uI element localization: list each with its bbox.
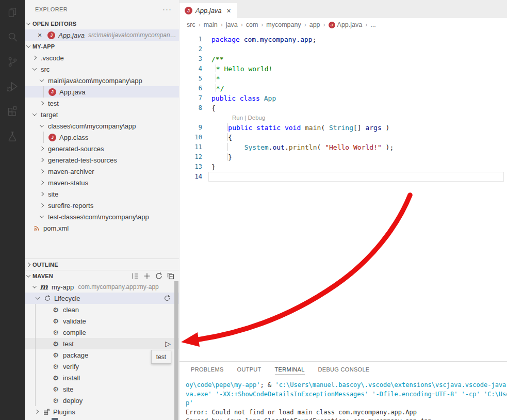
activity-source-control-button[interactable] [0,50,25,74]
open-editors-list: ×JApp.javasrc\main\java\com\mycompany\a.… [25,29,179,41]
tree-item-generated-sources[interactable]: generated-sources [25,143,179,154]
editor-group: J App.java × src›main›java›com›mycompany… [179,0,507,361]
activity-run-debug-button[interactable] [0,74,25,99]
maven-goal-label: test [63,340,74,348]
more-actions-icon[interactable]: ··· [162,5,172,13]
panel-tab-problems[interactable]: PROBLEMS [191,366,224,375]
breadcrumb-file[interactable]: App.java [337,21,363,28]
sync-icon [44,295,51,302]
java-file-icon: J [47,31,55,39]
chevron-right-icon [35,410,39,414]
tree-item-label: surefire-reports [48,202,93,209]
chevron-right-icon [32,56,37,60]
project-header[interactable]: MY-APP [25,41,179,52]
xml-file-icon [33,224,40,232]
line-number: 9 [179,123,202,133]
run-goal-icon[interactable]: ▷ [165,340,171,348]
maven-goal-clean[interactable]: ⚙clean [25,304,179,315]
gear-icon: ⚙ [52,317,60,325]
tree-item-pom-xml[interactable]: pom.xml [25,222,179,234]
tab-app-java[interactable]: J App.java × [179,3,237,18]
tree-item-app-class[interactable]: JApp.class [25,132,179,143]
code-line: 5 * [179,74,507,84]
java-file-icon: J [48,134,56,141]
refresh-icon[interactable] [155,272,163,280]
breadcrumb-item[interactable]: main [204,21,218,28]
list-tree-icon[interactable] [131,272,139,280]
tree-item-surefire-reports[interactable]: surefire-reports [25,200,179,211]
search-icon [6,30,19,44]
gear-icon: ⚙ [52,340,60,348]
chevron-down-icon [36,295,40,299]
tree-item-generated-test-sources[interactable]: generated-test-sources [25,154,179,166]
maven-actions [131,272,179,280]
collapse-all-icon[interactable] [167,272,175,280]
refresh-icon[interactable] [163,295,171,302]
chevron-down-icon [32,284,37,288]
outline-header[interactable]: OUTLINE [25,259,179,270]
tree-item-label: maven-archiver [48,168,94,175]
panel-tab-terminal[interactable]: TERMINAL [275,366,305,375]
tree-item-app-java[interactable]: JApp.java [25,86,179,98]
open-editors-header[interactable]: OPEN EDITORS [25,18,179,29]
breadcrumb-item[interactable]: java [226,21,238,28]
file-tree: .vscodesrcmain\java\com\mycompany\appJAp… [25,52,179,234]
line-number: 6 [179,84,202,93]
maven-project-item[interactable]: mmy-appcom.mycompany.app:my-app [25,281,179,293]
maven-plugins-item[interactable]: Plugins [25,406,179,417]
breadcrumb-tail[interactable]: ... [370,21,375,28]
tree-item-target[interactable]: target [25,109,179,120]
chevron-right-icon [40,203,44,207]
activity-extensions-button[interactable] [0,99,25,124]
breadcrumb-item[interactable]: app [309,21,320,28]
sidebar-scrollbar[interactable] [174,281,178,420]
code-editor[interactable]: 1package com.mycompany.app;23/**4 * Hell… [179,31,507,182]
add-icon[interactable] [143,272,151,280]
activity-testing-button[interactable] [0,124,25,149]
tree-item-src[interactable]: src [25,63,179,75]
tree-item-test[interactable]: test [25,98,179,109]
terminal-line: oy\code\pepe\my-app'; & 'c:\Users\manuel… [186,381,507,390]
maven-goal-deploy[interactable]: ⚙deploy [25,395,179,406]
maven-goal-test[interactable]: ⚙test▷ [25,338,179,349]
tree-item-maven-status[interactable]: maven-status [25,177,179,188]
maven-goal-install[interactable]: ⚙install [25,372,179,383]
breadcrumb-item[interactable]: src [187,21,195,28]
panel-tab-output[interactable]: OUTPUT [237,366,261,375]
maven-goal-site[interactable]: ⚙site [25,383,179,395]
code-line: 7public class App [179,93,507,103]
code-text: public class App [211,93,276,103]
maven-header[interactable]: MAVEN [25,270,179,281]
terminal-output[interactable]: oy\code\pepe\my-app'; & 'c:\Users\manuel… [179,381,507,420]
breadcrumb-item[interactable]: mycompany [266,21,301,28]
tree-item-test-classes-com-mycompany-app[interactable]: test-classes\com\mycompany\app [25,211,179,222]
maven-goal-compile[interactable]: ⚙compile [25,327,179,338]
breadcrumb-separator: › [365,21,367,28]
maven-goal-validate[interactable]: ⚙validate [25,315,179,327]
indent-guide [43,132,44,143]
tree-item-label: pom.xml [43,224,69,232]
tree-item-vscode[interactable]: .vscode [25,52,179,63]
tree-item-main-java-com-mycompany-app[interactable]: main\java\com\mycompany\app [25,75,179,86]
code-line: 14 [179,172,507,182]
gear-icon: ⚙ [52,329,60,336]
tree-item-classes-com-mycompany-app[interactable]: classes\com\mycompany\app [25,120,179,132]
maven-lifecycle-item[interactable]: Lifecycle [25,293,179,304]
panel-tab-debug-console[interactable]: DEBUG CONSOLE [318,366,370,375]
maven-goal-label: package [63,351,88,359]
breadcrumb-separator: › [199,21,201,28]
breadcrumb-item[interactable]: com [246,21,258,28]
plugins-icon [43,408,50,415]
sidebar-title-row: EXPLORER ··· [25,0,179,18]
chevron-right-icon [40,158,44,162]
close-icon[interactable]: × [227,7,231,15]
chevron-right-icon [40,169,44,173]
close-editor-icon[interactable]: × [38,31,44,39]
code-line: 2 [179,44,507,54]
tree-item-maven-archiver[interactable]: maven-archiver [25,166,179,177]
tree-item-site[interactable]: site [25,188,179,200]
open-editor-item[interactable]: ×JApp.javasrc\main\java\com\mycompany\a.… [25,29,179,41]
codelens-run-debug[interactable]: Run | Debug [232,113,265,123]
activity-search-button[interactable] [0,25,25,50]
activity-explorer-button[interactable] [0,0,25,25]
